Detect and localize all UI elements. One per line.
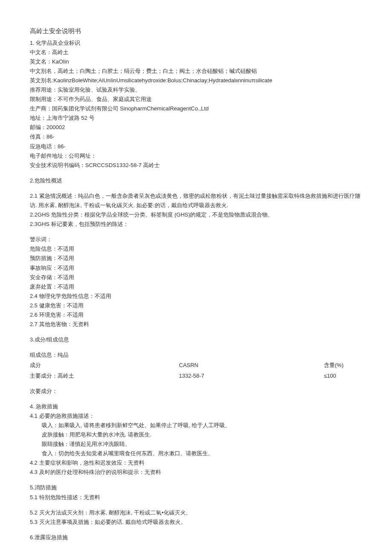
prevention: 预防措施：不适用	[30, 254, 362, 263]
s5-1: 5.1 特别危险性描述：无资料	[30, 493, 362, 502]
s2-3: 2.3GHS 标记要素，包括预防性的陈述：	[30, 220, 362, 229]
s4-3: 4.3 及时的医疗处理和特殊治疗的说明和提示：无资料	[30, 468, 362, 477]
inhalation: 吸入：如果吸入, 请将患者移到新鲜空气处。如果停止了呼吸, 给于人工呼吸。	[30, 421, 362, 430]
s2-5: 2.5 健康危害：不适用	[30, 301, 362, 310]
hdr-cas: CASRN	[179, 361, 324, 370]
sds-code: 安全技术说明书编码：SCRCCSDS1332-58-7 高岭士	[30, 161, 362, 170]
fax: 传真：86-	[30, 132, 362, 142]
s5-2: 5.2 灭火方法或灭火剂：用水雾, 耐醇泡沫, 干粉或二氧•化碳灭火。	[30, 508, 362, 517]
skin-contact: 皮肤接触：用肥皂和大量的水冲洗. 请教医生.	[30, 430, 362, 439]
minor-component: 次要成分：	[30, 387, 362, 396]
s2-4: 2.4 物理化学危险性信息：不适用	[30, 292, 362, 301]
address: 地址：上海市宁波路 52 号	[30, 113, 362, 123]
rec-use: 推荐用途：实验室用化验、试验及科学实验。	[30, 85, 362, 95]
s2-heading: 2.危险性概述	[30, 176, 362, 185]
cn-alias: 中文别名，高岭土；白陶土；白胶土；绢云母；费土；白土；阀土；水合硅酸铝；碱式硅酸…	[30, 66, 362, 76]
comp-main-row: 主要成分：高岭土 1332-58-7 ≤100	[30, 371, 362, 381]
en-alias: 英文别名:KaolinzBoleWhite;AlUnIinUmsilicateh…	[30, 76, 362, 85]
s4-1: 4.1 必要的急救措施描述：	[30, 411, 362, 421]
s1-heading: 1. 化学品及企业标识	[30, 38, 362, 48]
hdr-percent: 含量(%)	[324, 361, 362, 370]
s2-2: 2.2GHS 危险性分类：根据化学品全球统一分类。标签制度 (GHS)的规定，不…	[30, 210, 362, 220]
s2-6: 2.6 环境危害：不适用	[30, 310, 362, 320]
ingestion: 食入：切勿给失去知觉者从嘴里喂食任何东西。用水漱口。请教医生。	[30, 449, 362, 458]
doc-title: 高岭土安全说明书	[30, 26, 362, 37]
warn-word: 警示词：	[30, 235, 362, 244]
main-component: 主要成分：高岭土	[30, 371, 179, 381]
s3-heading: 3.成分/组成信息	[30, 335, 362, 344]
comp-header-row: 成分 CASRN 含量(%)	[30, 361, 362, 370]
en-name: 英文名：KaOIin	[30, 57, 362, 66]
lim-use: 限制用途：不可作为药品、食品、家庭或其它用途	[30, 95, 362, 104]
postcode: 邮编：200002	[30, 123, 362, 132]
s5-3: 5.3 灭火注意事项及措施：如必要的话. 戴自给式呼吸器去救火。	[30, 517, 362, 527]
hazard-info: 危险信息：不适用	[30, 244, 362, 254]
hdr-component: 成分	[30, 361, 179, 370]
manufacturer: 生产商：国药集团化学试剂有限公司 SinopharmChemicalReagen…	[30, 104, 362, 113]
s4-heading: 4. 急救措施	[30, 402, 362, 411]
accident-response: 事故响应：不适用	[30, 263, 362, 273]
email-web: 电子邮件地址：公司网址：	[30, 151, 362, 161]
main-cas: 1332-58-7	[179, 371, 324, 381]
s2-1: 2.1 紧急情况概述：纯品白色，一般含杂质者呈灰色或淡黄色，致密的或松散粉状，有…	[30, 191, 362, 210]
s2-7: 2.7 其他危害物：无资料	[30, 320, 362, 329]
s4-2: 4.2 主要症状和影响，急性和迟发效应：无资料	[30, 458, 362, 468]
emergency-tel: 应急电话：86-	[30, 142, 362, 151]
composition-info: 组成信息：纯品	[30, 350, 362, 360]
s6-heading: 6.泄露应急措施	[30, 533, 362, 542]
eye-contact: 眼睛接触：谨慎起见用水冲洗眼睛。	[30, 439, 362, 449]
cn-name: 中文名：高岭土	[30, 48, 362, 57]
disposal: 废弃处置：不适用	[30, 282, 362, 292]
main-percent: ≤100	[324, 371, 362, 381]
safe-storage: 安全存储：不适用	[30, 273, 362, 282]
s5-heading: 5.消防措施	[30, 483, 362, 492]
